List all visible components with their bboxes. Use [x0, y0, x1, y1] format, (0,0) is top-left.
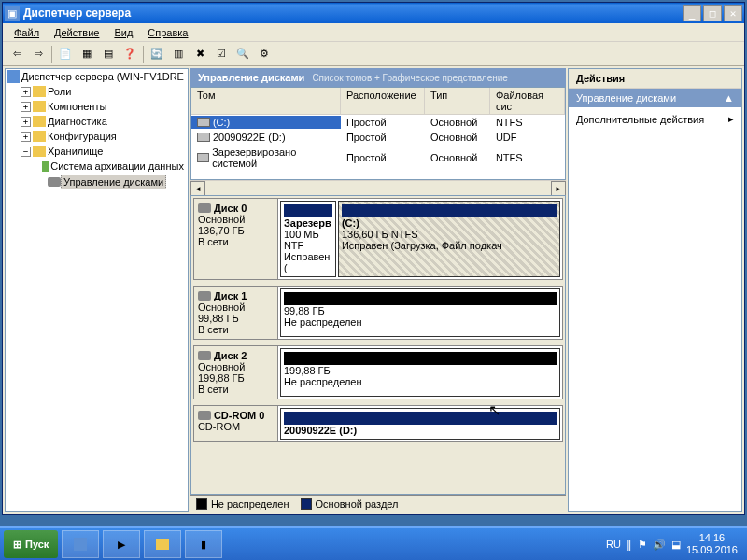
disk-icon: [198, 411, 211, 420]
tool-btn-6[interactable]: ✖: [190, 44, 210, 64]
volume-header[interactable]: Том Расположение Тип Файловая сист: [191, 88, 565, 115]
volume-list[interactable]: Том Расположение Тип Файловая сист (C:)П…: [190, 87, 566, 180]
partition[interactable]: (C:)136,60 ГБ NTFSИсправен (Загрузка, Фа…: [338, 201, 560, 277]
main-header: Управление дисками Список томов + Графич…: [190, 68, 566, 87]
minimize-button[interactable]: _: [683, 5, 701, 21]
server-icon: [7, 70, 20, 83]
tree-diagnostics[interactable]: + Диагностика: [6, 114, 188, 129]
partition[interactable]: 199,88 ГБНе распределен: [280, 348, 560, 397]
toolbar: ⇦ ⇨ 📄 ▦ ▤ ❓ 🔄 ▥ ✖ ☑ 🔍 ⚙: [3, 42, 744, 66]
col-fs[interactable]: Файловая сист: [490, 88, 565, 114]
tree-panel[interactable]: Диспетчер сервера (WIN-FV1DRE + Роли + К…: [5, 68, 189, 512]
taskbar-item-1[interactable]: [62, 530, 99, 558]
taskbar-item-2[interactable]: ▶: [103, 530, 140, 558]
chevron-right-icon: ▸: [728, 113, 734, 125]
tool-btn-3[interactable]: ▤: [98, 44, 119, 64]
tree-config[interactable]: + Конфигурация: [6, 129, 188, 144]
legend-box-primary: [301, 498, 312, 510]
col-type[interactable]: Тип: [425, 88, 490, 114]
tree-components[interactable]: + Компоненты: [6, 99, 188, 114]
back-button[interactable]: ⇦: [7, 44, 27, 64]
volume-scrollbar[interactable]: ◄ ►: [190, 180, 566, 195]
close-button[interactable]: ✕: [724, 5, 742, 21]
menu-action[interactable]: Действие: [47, 25, 106, 40]
folder-icon: [33, 131, 46, 142]
folder-icon: [33, 101, 46, 112]
tree-root[interactable]: Диспетчер сервера (WIN-FV1DRE: [6, 69, 188, 84]
refresh-button[interactable]: 🔄: [147, 44, 167, 64]
actions-panel: Действия Управление дисками ▲ Дополнител…: [568, 68, 742, 512]
disk-info: Диск 1Основной99,88 ГБВ сети: [194, 287, 278, 339]
expand-icon[interactable]: +: [21, 132, 31, 142]
titlebar[interactable]: ▣ Диспетчер сервера _ □ ✕: [3, 3, 744, 23]
menu-help[interactable]: Справка: [140, 25, 195, 40]
partition[interactable]: 20090922E (D:): [280, 408, 560, 440]
volume-row[interactable]: Зарезервировано системойПростойОсновнойN…: [191, 145, 565, 171]
menu-file[interactable]: Файл: [7, 25, 47, 40]
tray-icon-3[interactable]: ⬓: [671, 539, 681, 551]
actions-category[interactable]: Управление дисками ▲: [569, 89, 741, 107]
app-icon: ▣: [5, 6, 20, 21]
start-button[interactable]: ⊞ Пуск: [4, 530, 58, 558]
tree-diskmgmt[interactable]: Управление дисками: [6, 174, 188, 190]
tool-btn-2[interactable]: ▦: [77, 44, 97, 64]
tray-icon-2[interactable]: 🔊: [653, 539, 666, 551]
windows-logo-icon: ⊞: [13, 539, 21, 551]
scroll-right-icon[interactable]: ►: [551, 181, 566, 196]
system-tray[interactable]: RU ‖ ⚑ 🔊 ⬓ 14:16 15.09.2016: [600, 532, 743, 556]
drive-icon: [197, 153, 209, 162]
disk-row[interactable]: CD-ROM 0CD-ROM20090922E (D:): [193, 405, 563, 442]
col-layout[interactable]: Расположение: [341, 88, 425, 114]
actions-header: Действия: [569, 69, 741, 89]
legend: Не распределен Основной раздел: [190, 495, 566, 512]
folder-icon: [33, 146, 46, 157]
disk-info: Диск 0Основной136,70 ГБВ сети: [194, 199, 278, 279]
disk-icon: [198, 291, 211, 301]
maximize-button[interactable]: □: [703, 5, 722, 21]
collapse-icon[interactable]: ▲: [724, 92, 734, 104]
volume-row[interactable]: (C:)ПростойОсновнойNTFS: [191, 115, 565, 130]
expand-icon[interactable]: +: [21, 117, 31, 127]
collapse-icon[interactable]: −: [21, 147, 31, 157]
folder-icon: [33, 86, 46, 97]
taskbar-item-4[interactable]: ▮: [185, 530, 222, 558]
disk-row[interactable]: Диск 0Основной136,70 ГБВ сетиЗарезерв100…: [193, 198, 563, 280]
help-button[interactable]: ❓: [120, 44, 140, 64]
tree-backup[interactable]: Система архивации данных: [6, 159, 188, 174]
window-title: Диспетчер сервера: [23, 7, 683, 20]
col-volume[interactable]: Том: [191, 88, 341, 114]
scroll-left-icon[interactable]: ◄: [190, 181, 205, 196]
partition[interactable]: Зарезерв100 МБ NTFИсправен (: [280, 201, 336, 277]
disk-icon: [198, 351, 211, 360]
actions-more[interactable]: Дополнительные действия ▸: [569, 107, 741, 131]
disk-icon: [48, 177, 61, 187]
tool-btn-5[interactable]: ▥: [168, 44, 189, 64]
tree-storage[interactable]: − Хранилище: [6, 144, 188, 159]
partition[interactable]: 99,88 ГБНе распределен: [280, 288, 560, 337]
folder-icon: [33, 116, 46, 127]
tool-btn-1[interactable]: 📄: [55, 44, 76, 64]
expand-icon[interactable]: +: [21, 87, 31, 97]
clock[interactable]: 14:16 15.09.2016: [686, 532, 738, 556]
tool-btn-7[interactable]: ☑: [211, 44, 232, 64]
volume-row[interactable]: 20090922E (D:)ПростойОсновнойUDF: [191, 130, 565, 145]
menubar: Файл Действие Вид Справка: [3, 23, 744, 42]
tool-btn-9[interactable]: ⚙: [254, 44, 275, 64]
tray-icon-1[interactable]: ⚑: [638, 539, 647, 551]
tree-roles[interactable]: + Роли: [6, 84, 188, 99]
disk-icon: [198, 203, 211, 213]
legend-box-unalloc: [196, 498, 207, 510]
disk-row[interactable]: Диск 1Основной99,88 ГБВ сети99,88 ГБНе р…: [193, 286, 563, 340]
tool-btn-8[interactable]: 🔍: [233, 44, 253, 64]
disk-graphical-view[interactable]: Диск 0Основной136,70 ГБВ сетиЗарезерв100…: [190, 195, 566, 495]
disk-row[interactable]: Диск 2Основной199,88 ГБВ сети199,88 ГБНе…: [193, 345, 563, 399]
expand-icon[interactable]: +: [21, 102, 31, 112]
forward-button[interactable]: ⇨: [28, 44, 49, 64]
taskbar-item-3[interactable]: [144, 530, 181, 558]
server-manager-window: ▣ Диспетчер сервера _ □ ✕ Файл Действие …: [2, 2, 745, 515]
taskbar[interactable]: ⊞ Пуск ▶ ▮ RU ‖ ⚑ 🔊 ⬓ 14:16 15.09.2016: [0, 526, 747, 560]
disk-info: CD-ROM 0CD-ROM: [194, 406, 278, 441]
lang-indicator[interactable]: RU: [606, 539, 621, 550]
menu-view[interactable]: Вид: [106, 25, 140, 40]
disk-info: Диск 2Основной199,88 ГБВ сети: [194, 346, 278, 399]
